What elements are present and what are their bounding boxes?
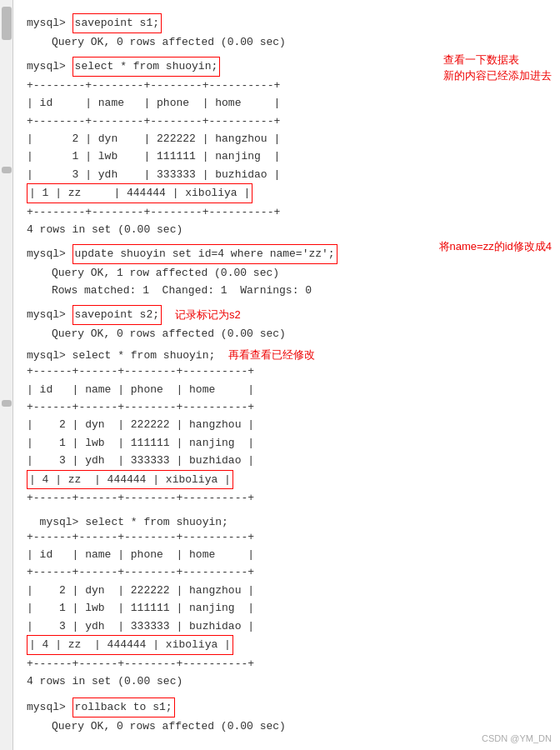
table3-sep2: +------+------+--------+----------+ — [27, 563, 552, 581]
table1-sep2: +--------+--------+--------+----------+ — [27, 112, 552, 130]
prompt-3: mysql> — [27, 245, 72, 263]
table3-footer: 4 rows in set (0.00 sec) — [27, 672, 552, 690]
prompt-4: mysql> — [27, 306, 72, 324]
table3-highlighted-row: | 4 | zz | 444444 | xiboliya | — [27, 635, 233, 654]
table3-row1: | 2 | dyn | 222222 | hangzhou | — [27, 582, 552, 599]
result-update-1: Query OK, 1 row affected (0.00 sec) — [27, 264, 560, 282]
table1-row2: | 1 | lwb | 111111 | nanjing | — [27, 148, 552, 165]
savepoint-s2-command: savepoint s2; — [72, 305, 162, 325]
table1-row1: | 2 | dyn | 222222 | hangzhou | — [27, 130, 552, 148]
table1-highlighted-row: | 1 | zz | 444444 | xiboliya | — [27, 183, 252, 202]
table1-sep3: +--------+--------+--------+----------+ — [27, 203, 552, 221]
annotation-select2: 再看查看已经修改 — [228, 348, 315, 362]
bottom-label: CSDN @YM_DN — [482, 733, 552, 743]
table3-row3: | 3 | ydh | 333333 | buzhidao | — [27, 618, 552, 635]
table1-header: | id | name | phone | home | — [27, 94, 552, 112]
table2-header: | id | name | phone | home | — [27, 381, 552, 398]
rollback-command: rollback to s1; — [72, 698, 175, 718]
annotation-s2: 记录标记为s2 — [175, 306, 241, 324]
prompt-7: mysql> — [27, 698, 72, 717]
table2-sep2: +------+------+--------+----------+ — [27, 398, 552, 416]
table3-sep1: +------+------+--------+----------+ — [27, 528, 552, 546]
table3-row2: | 1 | lwb | 111111 | nanjing | — [27, 599, 552, 617]
table1-footer: 4 rows in set (0.00 sec) — [27, 221, 552, 238]
result-update-2: Rows matched: 1 Changed: 1 Warnings: 0 — [27, 282, 560, 299]
table2-highlighted-row: | 4 | zz | 444444 | xiboliya | — [27, 470, 233, 489]
result-rollback: Query OK, 0 rows affected (0.00 sec) — [27, 718, 560, 735]
table2-row2: | 1 | lwb | 111111 | nanjing | — [27, 434, 552, 452]
table3-sep3: +------+------+--------+----------+ — [27, 655, 552, 672]
select3-command-plain: select * from shuoyin; — [85, 516, 228, 528]
annotation-update: 将name=zz的id修改成4 — [439, 240, 552, 252]
prompt-2: mysql> — [27, 58, 72, 76]
table1-row3: | 3 | ydh | 333333 | buzhidao | — [27, 166, 552, 183]
select2-command-plain: select * from shuoyin; — [72, 349, 216, 362]
table2-sep3: +------+------+--------+----------+ — [27, 489, 552, 507]
prompt-1: mysql> — [27, 14, 72, 32]
savepoint-s1-command: savepoint s1; — [72, 13, 162, 33]
prompt-5: mysql> — [27, 349, 72, 362]
table2-sep1: +------+------+--------+----------+ — [27, 362, 552, 380]
table2-row1: | 2 | dyn | 222222 | hangzhou | — [27, 416, 552, 433]
select1-command: select * from shuoyin; — [72, 57, 221, 77]
annotation-new-content: 新的内容已经添加进去 — [443, 68, 552, 84]
result-savepoint-s2: Query OK, 0 rows affected (0.00 sec) — [27, 325, 560, 342]
update-command: update shuoyin set id=4 where name='zz'; — [72, 244, 338, 264]
table3-header: | id | name | phone | home | — [27, 546, 552, 563]
table2-row3: | 3 | ydh | 333333 | buzhidao | — [27, 452, 552, 469]
annotation-check-table: 查看一下数据表 — [443, 52, 552, 68]
result-savepoint-s1: Query OK, 0 rows affected (0.00 sec) — [27, 33, 560, 51]
prompt-6: mysql> — [27, 516, 85, 528]
